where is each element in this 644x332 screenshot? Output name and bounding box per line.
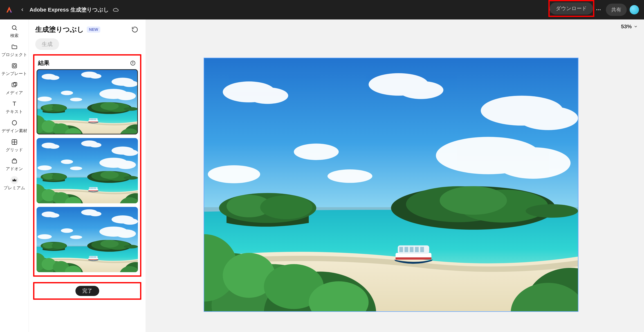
- rail-label: テキスト: [5, 109, 24, 114]
- canvas-image: [204, 58, 578, 311]
- template-icon: [10, 62, 18, 70]
- rail-label: プロジェクト: [0, 52, 28, 57]
- generate-button[interactable]: 生成: [35, 38, 59, 50]
- premium-crown-icon: [10, 176, 18, 184]
- cloud-sync-icon[interactable]: [112, 6, 119, 13]
- svg-rect-46: [12, 64, 16, 68]
- done-button[interactable]: 完了: [76, 286, 99, 296]
- rail-label: デザイン素材: [0, 128, 28, 133]
- info-button[interactable]: [129, 60, 136, 67]
- rail-label: テンプレート: [0, 71, 28, 76]
- folder-icon: [10, 43, 18, 51]
- result-thumbnail-3[interactable]: [36, 207, 138, 272]
- back-button[interactable]: [18, 6, 26, 14]
- adobe-express-logo[interactable]: [5, 6, 13, 14]
- left-nav-rail: 検索 プロジェクト テンプレート メディア テキスト: [0, 20, 29, 332]
- user-avatar[interactable]: [630, 5, 639, 15]
- generative-fill-panel: 生成塗りつぶし NEW 生成 結果: [29, 20, 146, 332]
- canvas-area: 53%: [146, 20, 644, 332]
- grid-icon: [10, 138, 18, 146]
- rail-elements[interactable]: デザイン素材: [0, 119, 29, 133]
- rail-media[interactable]: メディア: [0, 81, 29, 95]
- rail-projects[interactable]: プロジェクト: [0, 43, 29, 57]
- more-menu-button[interactable]: [594, 5, 603, 14]
- svg-point-41: [596, 9, 597, 10]
- svg-point-42: [598, 9, 599, 10]
- rail-grid[interactable]: グリッド: [0, 138, 29, 152]
- share-button[interactable]: 共有: [606, 4, 627, 16]
- svg-rect-55: [12, 160, 16, 163]
- rail-label: プレミアム: [2, 185, 26, 190]
- artboard[interactable]: [204, 58, 578, 311]
- new-badge: NEW: [87, 27, 100, 33]
- zoom-control[interactable]: 53%: [621, 24, 638, 30]
- svg-point-43: [600, 9, 600, 10]
- results-section: 結果: [33, 54, 141, 277]
- rail-templates[interactable]: テンプレート: [0, 62, 29, 76]
- done-section: 完了: [33, 282, 141, 300]
- app-header: Adobe Express 生成塗りつぶし ダウンロード 共有: [0, 0, 644, 20]
- rail-addons[interactable]: アドオン: [0, 157, 29, 171]
- reset-button[interactable]: [130, 25, 139, 34]
- document-title: Adobe Express 生成塗りつぶし: [30, 6, 109, 14]
- rail-label: グリッド: [5, 147, 24, 152]
- svg-point-44: [12, 26, 16, 29]
- rail-text[interactable]: テキスト: [0, 100, 29, 114]
- results-label: 結果: [38, 59, 50, 67]
- annotation-8-box: ダウンロード: [548, 0, 594, 17]
- zoom-value: 53%: [621, 24, 632, 30]
- rail-label: アドオン: [5, 166, 24, 171]
- media-icon: [10, 81, 18, 89]
- svg-rect-47: [13, 65, 16, 67]
- result-thumbnail-2[interactable]: [36, 138, 138, 203]
- svg-line-45: [16, 29, 17, 30]
- rail-label: 検索: [9, 33, 20, 38]
- search-icon: [10, 24, 18, 32]
- result-thumbnail-1[interactable]: [36, 69, 138, 134]
- shapes-icon: [10, 119, 18, 127]
- svg-point-58: [133, 62, 133, 62]
- panel-title: 生成塗りつぶし: [35, 25, 84, 34]
- addons-icon: [10, 157, 18, 165]
- rail-label: メディア: [5, 90, 24, 95]
- rail-search[interactable]: 検索: [0, 24, 29, 38]
- rail-premium[interactable]: プレミアム: [0, 176, 29, 190]
- chevron-down-icon: [634, 24, 638, 29]
- text-icon: [10, 100, 18, 108]
- download-button[interactable]: ダウンロード: [550, 2, 593, 15]
